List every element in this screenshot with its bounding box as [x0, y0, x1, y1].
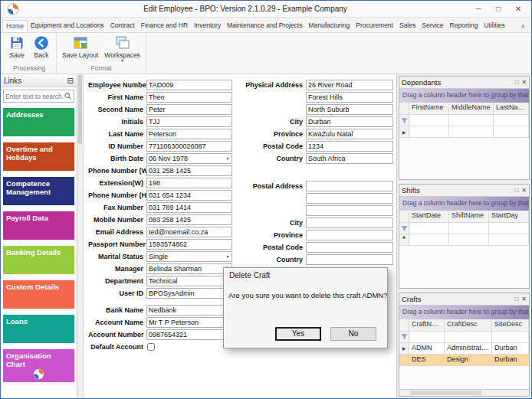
email-address-input[interactable]	[147, 227, 232, 237]
address-line-input[interactable]	[307, 194, 392, 203]
default-account-checkbox[interactable]	[147, 343, 155, 351]
column-header-startday[interactable]: StartDay	[489, 211, 529, 222]
tab-contract[interactable]: Contract	[107, 20, 138, 32]
column-header-lastname[interactable]: LastName	[494, 103, 529, 114]
city-input[interactable]	[307, 117, 392, 126]
table-row[interactable]: ▶ADMNAdministrationDurban	[399, 343, 529, 355]
chevron-down-icon[interactable]: ▼	[224, 156, 232, 161]
form-row	[241, 204, 395, 217]
sidebar-item-addresses[interactable]: Addresses	[3, 108, 74, 136]
tab-procurement[interactable]: Procurement	[353, 20, 396, 32]
yes-button[interactable]: Yes	[275, 327, 321, 341]
maximize-icon[interactable]: □	[514, 187, 518, 194]
tab-maintenance-and-projects[interactable]: Maintenance and Projects	[224, 20, 305, 32]
close-button[interactable]: ✕	[508, 2, 528, 16]
chevron-down-icon[interactable]: ▼	[224, 254, 232, 259]
horizontal-scrollbar[interactable]	[399, 389, 529, 396]
collapse-ribbon-icon[interactable]: ∧	[516, 23, 530, 32]
sidebar-item-loans[interactable]: Loans	[3, 315, 74, 343]
maximize-icon[interactable]: □	[514, 79, 518, 86]
first-name-input[interactable]	[147, 93, 232, 102]
country-input[interactable]	[307, 154, 392, 163]
initials-input[interactable]	[147, 117, 232, 126]
second-name-input[interactable]	[147, 105, 232, 114]
sidebar-item-organisation-chart[interactable]: Organisation Chart	[3, 349, 74, 382]
extension-w-input[interactable]	[147, 178, 232, 188]
postal-code-input[interactable]	[307, 243, 392, 252]
physical-address-input[interactable]	[307, 80, 392, 90]
filter-row[interactable]	[399, 115, 529, 126]
mobile-number-input[interactable]	[147, 215, 232, 224]
account-number-input[interactable]	[147, 330, 232, 339]
province-input[interactable]	[307, 129, 392, 139]
row-indicator: ▶	[399, 343, 409, 354]
sidebar-item-overtime-and-holidays[interactable]: Overtime and Holidays	[3, 142, 74, 171]
sidebar-item-banking-details[interactable]: Banking Details	[3, 246, 74, 274]
postal-address-input[interactable]	[307, 182, 392, 191]
maximize-button[interactable]: □	[488, 2, 508, 16]
city-input[interactable]	[307, 218, 392, 227]
bank-name-input[interactable]	[147, 306, 232, 315]
no-button[interactable]: No	[330, 327, 376, 341]
save-button[interactable]: Save	[5, 34, 29, 59]
account-name-input[interactable]	[147, 318, 232, 327]
maximize-icon[interactable]: □	[514, 296, 518, 303]
close-icon[interactable]: ✕	[521, 79, 527, 86]
country-input[interactable]	[307, 255, 392, 264]
tab-sales[interactable]: Sales	[396, 20, 419, 32]
sidebar-item-label: Competence Management	[6, 179, 71, 196]
tab-utilities[interactable]: Utilities	[481, 20, 507, 32]
table-row[interactable]: DESDesignDurban	[399, 355, 529, 366]
tab-finance-and-hr[interactable]: Finance and HR	[138, 20, 191, 32]
column-header-shiftname[interactable]: ShiftName	[449, 211, 489, 222]
phone-number-w-input[interactable]	[147, 166, 232, 175]
column-header-sitedesc[interactable]: SiteDesc	[492, 319, 529, 331]
close-icon[interactable]: ✕	[521, 296, 527, 303]
postal-code-input[interactable]	[307, 142, 392, 151]
birth-date-input[interactable]	[147, 154, 224, 163]
scrollbar-thumb[interactable]	[78, 75, 82, 144]
table-row[interactable]: *	[399, 234, 529, 246]
province-input[interactable]	[307, 231, 392, 240]
department-input[interactable]	[147, 276, 232, 286]
back-button[interactable]: Back	[29, 34, 54, 59]
filter-row[interactable]	[399, 223, 529, 234]
search-input[interactable]	[5, 93, 64, 100]
pin-icon[interactable]: ⊟	[67, 77, 74, 85]
passport-number-input[interactable]	[147, 240, 232, 249]
fax-number-input[interactable]	[147, 203, 232, 212]
tab-equipment-and-locations[interactable]: Equipment and Locations	[28, 20, 107, 32]
scrollbar-thumb[interactable]	[410, 391, 481, 395]
marital-status-input[interactable]	[147, 252, 224, 261]
address-line-input[interactable]	[307, 93, 392, 102]
table-row[interactable]: ▶	[399, 126, 529, 138]
tab-service[interactable]: Service	[419, 20, 446, 32]
close-icon[interactable]: ✕	[521, 187, 527, 194]
sidebar-item-payroll-data[interactable]: Payroll Data	[3, 211, 74, 240]
tab-reporting[interactable]: Reporting	[447, 20, 481, 32]
tab-inventory[interactable]: Inventory	[191, 20, 224, 32]
sidebar-item-competence-management[interactable]: Competence Management	[3, 177, 74, 205]
sidebar-item-custom-details[interactable]: Custom Details	[3, 280, 74, 309]
phone-number-h-input[interactable]	[147, 191, 232, 200]
column-header-firstname[interactable]: FirstName	[409, 103, 449, 114]
address-line-input[interactable]	[307, 206, 392, 215]
column-header-craftdesc[interactable]: CraftDesc	[445, 319, 492, 331]
tab-manufacturing[interactable]: Manufacturing	[305, 20, 353, 32]
employee-number-input[interactable]	[147, 80, 232, 90]
column-header-middlename[interactable]: MiddleName	[449, 103, 494, 114]
filter-row[interactable]	[399, 332, 529, 343]
last-name-input[interactable]	[147, 129, 232, 139]
save-layout-button[interactable]: Save Layout	[59, 34, 101, 59]
workspaces-button[interactable]: Workspaces▾	[101, 34, 143, 63]
search-icon[interactable]	[64, 92, 72, 100]
sidebar-scrollbar[interactable]	[77, 74, 84, 398]
id-number-input[interactable]	[147, 142, 232, 151]
minimize-button[interactable]: ─	[468, 2, 488, 16]
tab-home[interactable]: Home	[2, 20, 28, 32]
user-id-input[interactable]	[147, 289, 232, 298]
column-header-craftname[interactable]: CraftName	[409, 319, 445, 331]
manager-input[interactable]	[147, 264, 222, 273]
address-line-input[interactable]	[307, 105, 392, 114]
column-header-startdate[interactable]: StartDate	[409, 211, 449, 222]
